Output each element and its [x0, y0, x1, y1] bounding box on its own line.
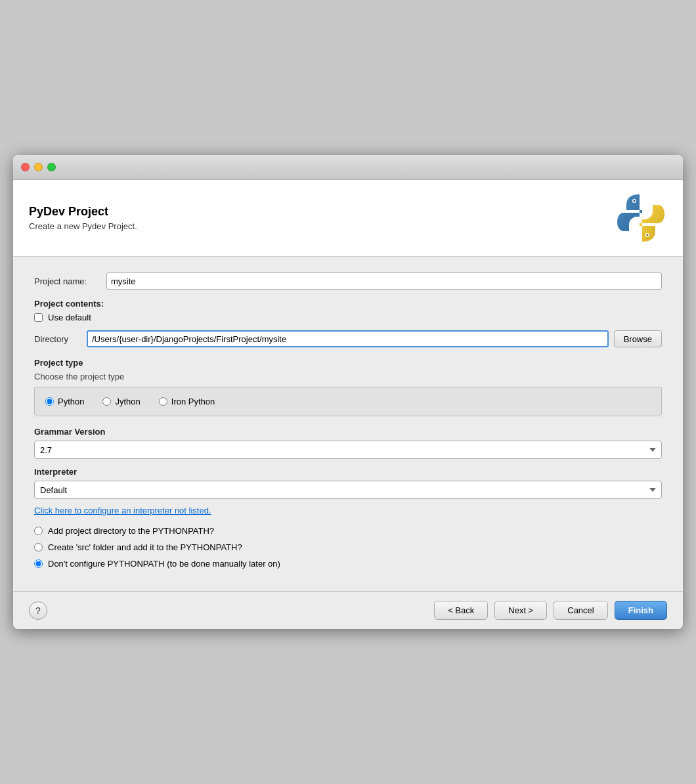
- grammar-version-wrapper: 2.7 3.0 3.1 3.2 3.3 3.4 3.5 3.6: [34, 441, 662, 459]
- finish-button[interactable]: Finish: [615, 601, 667, 620]
- traffic-lights: [21, 163, 56, 171]
- footer-buttons: < Back Next > Cancel Finish: [434, 601, 667, 620]
- pythonpath-add-project-option[interactable]: Add project directory to the PYTHONPATH?: [34, 526, 662, 536]
- titlebar: [13, 155, 683, 180]
- jython-radio[interactable]: [102, 397, 111, 406]
- configure-interpreter-link[interactable]: Click here to configure an interpreter n…: [34, 506, 662, 515]
- svg-point-1: [634, 200, 636, 202]
- pythonpath-create-src-label: Create 'src' folder and add it to the PY…: [48, 542, 242, 552]
- python-logo: [615, 192, 667, 244]
- choose-project-type-label: Choose the project type: [34, 372, 662, 381]
- svg-point-3: [647, 234, 649, 236]
- project-name-label: Project name:: [34, 276, 106, 286]
- main-content: Project name: Project contents: Use defa…: [13, 257, 683, 591]
- use-default-label[interactable]: Use default: [48, 313, 91, 322]
- use-default-row: Use default: [34, 313, 662, 322]
- grammar-version-title: Grammar Version: [34, 427, 662, 437]
- dialog-header: PyDev Project Create a new Pydev Project…: [13, 180, 683, 257]
- directory-input[interactable]: [87, 330, 609, 347]
- next-button[interactable]: Next >: [494, 601, 547, 620]
- project-type-section-title: Project type: [34, 358, 662, 368]
- jython-radio-option[interactable]: Jython: [102, 397, 140, 406]
- directory-row: Directory Browse: [34, 330, 662, 347]
- ironpython-radio[interactable]: [159, 397, 167, 406]
- dialog-footer: ? < Back Next > Cancel Finish: [13, 591, 683, 629]
- help-button[interactable]: ?: [29, 601, 47, 620]
- minimize-button[interactable]: [34, 163, 43, 171]
- ironpython-label: Iron Python: [171, 397, 215, 406]
- project-contents-label: Project contents:: [34, 299, 662, 309]
- directory-label: Directory: [34, 334, 87, 344]
- interpreter-title: Interpreter: [34, 467, 662, 477]
- grammar-version-select[interactable]: 2.7 3.0 3.1 3.2 3.3 3.4 3.5 3.6: [34, 441, 662, 459]
- pythonpath-dont-configure-option[interactable]: Don't configure PYTHONPATH (to be done m…: [34, 559, 662, 569]
- interpreter-select[interactable]: Default: [34, 481, 662, 499]
- close-button[interactable]: [21, 163, 30, 171]
- interpreter-wrapper: Default: [34, 481, 662, 499]
- pythonpath-add-project-radio[interactable]: [34, 527, 43, 535]
- pythonpath-add-project-label: Add project directory to the PYTHONPATH?: [48, 526, 214, 536]
- ironpython-radio-option[interactable]: Iron Python: [159, 397, 215, 406]
- project-name-input[interactable]: [106, 272, 662, 290]
- maximize-button[interactable]: [47, 163, 56, 171]
- python-label: Python: [58, 397, 84, 406]
- project-name-row: Project name:: [34, 272, 662, 290]
- project-type-box: Python Jython Iron Python: [34, 387, 662, 416]
- pythonpath-create-src-radio[interactable]: [34, 543, 43, 552]
- cancel-button[interactable]: Cancel: [554, 601, 607, 620]
- pythonpath-section: Add project directory to the PYTHONPATH?…: [34, 526, 662, 569]
- pythonpath-dont-configure-radio[interactable]: [34, 559, 43, 568]
- back-button[interactable]: < Back: [434, 601, 488, 620]
- browse-button[interactable]: Browse: [614, 330, 662, 347]
- dialog-subtitle: Create a new Pydev Project.: [29, 221, 137, 231]
- use-default-checkbox[interactable]: [34, 313, 43, 322]
- pythonpath-dont-configure-label: Don't configure PYTHONPATH (to be done m…: [48, 559, 280, 569]
- dialog-title: PyDev Project: [29, 205, 137, 219]
- pythonpath-create-src-option[interactable]: Create 'src' folder and add it to the PY…: [34, 542, 662, 552]
- python-radio[interactable]: [45, 397, 54, 406]
- jython-label: Jython: [115, 397, 140, 406]
- python-radio-option[interactable]: Python: [45, 397, 84, 406]
